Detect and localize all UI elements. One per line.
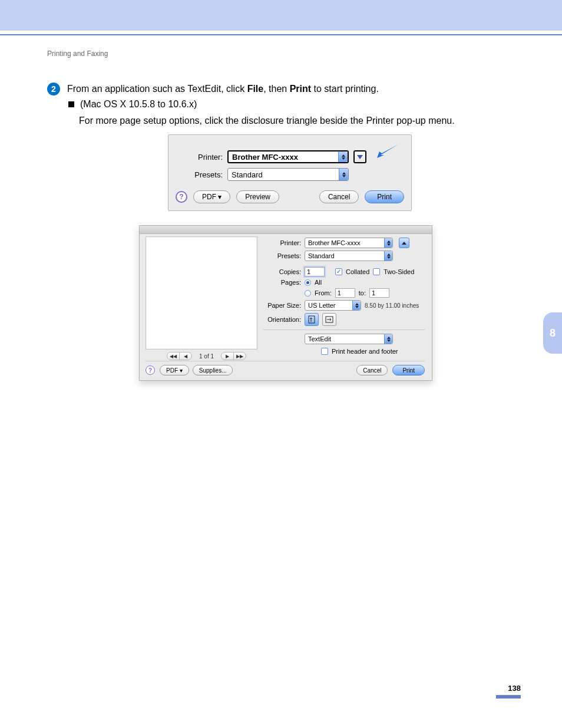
select-arrows-icon bbox=[352, 301, 361, 310]
pager-prev-button[interactable]: ◀ bbox=[179, 352, 192, 360]
header-footer-label: Print header and footer bbox=[332, 348, 398, 355]
step-bold-print: Print bbox=[290, 84, 311, 94]
print-dialog-collapsed: Printer: Brother MFC-xxxx Presets: Stand… bbox=[168, 134, 412, 211]
printer-label: Printer: bbox=[177, 153, 223, 162]
pages-range-radio[interactable] bbox=[305, 290, 311, 297]
pages-from-label: From: bbox=[315, 289, 332, 297]
paper-dimensions: 8.50 by 11.00 inches bbox=[365, 302, 419, 309]
pages-all-radio[interactable] bbox=[305, 279, 311, 286]
collated-checkbox[interactable]: ✓ bbox=[335, 268, 342, 275]
page-number-bar bbox=[496, 695, 521, 699]
printer-select-value: Brother MFC-xxxx bbox=[308, 239, 361, 246]
print-preview-pane bbox=[146, 236, 257, 350]
printer-select[interactable]: Brother MFC-xxxx bbox=[227, 150, 349, 163]
select-arrows-icon bbox=[338, 151, 348, 162]
landscape-icon bbox=[325, 316, 333, 323]
pager-next-button[interactable]: ▶ bbox=[221, 352, 234, 360]
presets-select[interactable]: Standard bbox=[227, 168, 349, 181]
help-button[interactable]: ? bbox=[146, 365, 155, 375]
dialog-titlebar bbox=[140, 226, 432, 234]
printer-select-value: Brother MFC-xxxx bbox=[232, 153, 298, 162]
presets-select[interactable]: Standard bbox=[305, 251, 393, 261]
cancel-button[interactable]: Cancel bbox=[356, 365, 388, 375]
dialog-bottom-bar: ? PDF ▾ Supplies... Cancel Print bbox=[146, 361, 425, 375]
cancel-button[interactable]: Cancel bbox=[319, 190, 359, 203]
pager-text: 1 of 1 bbox=[199, 353, 214, 360]
step-row: 2 From an application such as TextEdit, … bbox=[47, 83, 379, 95]
select-arrows-icon bbox=[339, 169, 348, 180]
chevron-down-icon bbox=[357, 155, 363, 159]
preview-button[interactable]: Preview bbox=[236, 190, 279, 203]
orientation-landscape-button[interactable] bbox=[322, 313, 336, 326]
printer-label: Printer: bbox=[263, 239, 301, 246]
supplies-button[interactable]: Supplies... bbox=[193, 365, 233, 375]
select-arrows-icon bbox=[384, 334, 392, 344]
step-pre: From an application such as TextEdit, cl… bbox=[67, 84, 247, 94]
copies-input[interactable]: 1 bbox=[305, 267, 325, 276]
two-sided-checkbox[interactable]: ✓ bbox=[373, 268, 380, 275]
presets-select-value: Standard bbox=[232, 170, 263, 179]
print-options-form: Printer: Brother MFC-xxxx Presets: Stand… bbox=[263, 238, 425, 357]
chapter-tab: 8 bbox=[543, 312, 562, 354]
print-panel-value: TextEdit bbox=[308, 335, 331, 342]
pages-from-input[interactable]: 1 bbox=[335, 288, 355, 298]
portrait-icon bbox=[308, 315, 315, 324]
svg-rect-0 bbox=[309, 316, 315, 323]
print-dialog-expanded: ◀◀ ◀ 1 of 1 ▶ ▶▶ Printer: Brother MFC-xx… bbox=[139, 225, 432, 381]
disclosure-button[interactable] bbox=[353, 150, 366, 163]
print-button[interactable]: Print bbox=[365, 190, 404, 203]
sub-version: (Mac OS X 10.5.8 to 10.6.x) bbox=[80, 99, 197, 110]
divider bbox=[263, 330, 425, 330]
header-band bbox=[0, 0, 562, 31]
preview-pager: ◀◀ ◀ 1 of 1 ▶ ▶▶ bbox=[167, 352, 246, 360]
step-bold-file: File bbox=[247, 84, 264, 94]
page-number: 138 bbox=[496, 684, 521, 693]
step-mid: , then bbox=[263, 84, 289, 94]
pages-all-label: All bbox=[315, 279, 322, 286]
sub-row: (Mac OS X 10.5.8 to 10.6.x) bbox=[68, 99, 197, 110]
pages-to-label: to: bbox=[359, 289, 366, 297]
collated-label: Collated bbox=[346, 268, 369, 275]
header-rule bbox=[0, 34, 562, 35]
step-post: to start printing. bbox=[311, 84, 379, 94]
step-number-badge: 2 bbox=[47, 83, 60, 95]
step-text: From an application such as TextEdit, cl… bbox=[67, 84, 379, 94]
copies-label: Copies: bbox=[263, 268, 301, 275]
pdf-menu-button[interactable]: PDF ▾ bbox=[160, 365, 189, 375]
paper-size-select[interactable]: US Letter bbox=[305, 300, 361, 311]
presets-label: Presets: bbox=[263, 252, 301, 259]
print-panel-select[interactable]: TextEdit bbox=[305, 334, 393, 344]
orientation-portrait-button[interactable] bbox=[305, 313, 319, 326]
paper-size-value: US Letter bbox=[308, 302, 335, 309]
presets-select-value: Standard bbox=[308, 252, 335, 259]
help-button[interactable]: ? bbox=[176, 191, 187, 203]
disclosure-collapse-button[interactable] bbox=[399, 238, 409, 248]
printer-select[interactable]: Brother MFC-xxxx bbox=[305, 238, 393, 248]
orientation-label: Orientation: bbox=[263, 316, 301, 323]
print-button[interactable]: Print bbox=[392, 365, 425, 375]
pdf-menu-button[interactable]: PDF ▾ bbox=[193, 190, 230, 203]
paper-size-label: Paper Size: bbox=[263, 302, 301, 309]
two-sided-label: Two-Sided bbox=[384, 268, 414, 275]
callout-arrow-icon bbox=[375, 143, 399, 159]
pages-label: Pages: bbox=[263, 279, 301, 286]
presets-label: Presets: bbox=[177, 170, 223, 179]
sub-instruction: For more page setup options, click the d… bbox=[79, 116, 455, 126]
chevron-up-icon bbox=[402, 242, 406, 245]
pager-first-button[interactable]: ◀◀ bbox=[167, 352, 180, 360]
bullet-square-icon bbox=[68, 101, 74, 107]
page-number-wrap: 138 bbox=[496, 684, 521, 699]
section-header: Printing and Faxing bbox=[47, 50, 108, 58]
header-footer-checkbox[interactable]: ✓ bbox=[321, 348, 328, 355]
select-arrows-icon bbox=[384, 251, 392, 261]
select-arrows-icon bbox=[384, 238, 392, 248]
pager-last-button[interactable]: ▶▶ bbox=[233, 352, 246, 360]
pages-to-input[interactable]: 1 bbox=[369, 288, 389, 298]
